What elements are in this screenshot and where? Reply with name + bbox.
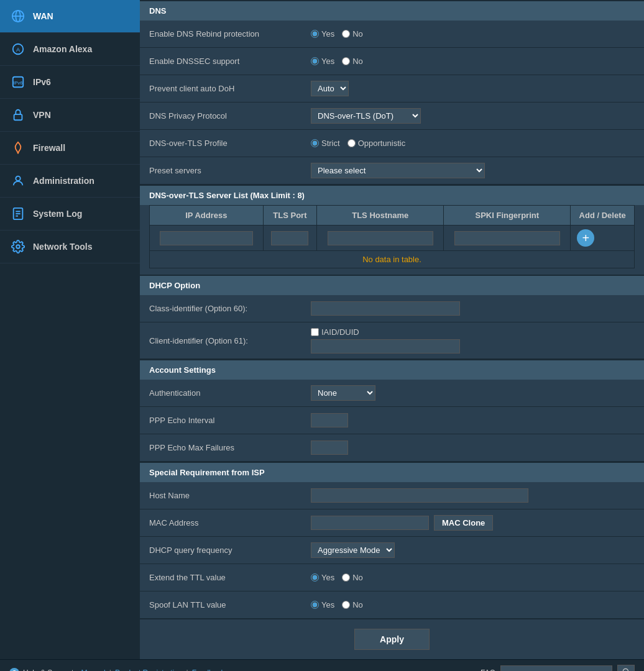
sidebar-item-ipv6[interactable]: IPv6 IPv6 xyxy=(0,66,140,99)
prevent-doh-row: Prevent client auto DoH Auto No Yes xyxy=(140,75,644,103)
product-registration-link[interactable]: Product Registration xyxy=(115,669,183,672)
isp-requirements-header: Special Requirement from ISP xyxy=(140,462,644,482)
vpn-icon xyxy=(9,106,27,124)
firewall-icon xyxy=(9,139,27,157)
dot-opportunistic-radio[interactable] xyxy=(347,139,356,147)
spoof-ttl-no-label[interactable]: No xyxy=(342,600,363,609)
spki-fingerprint-input[interactable] xyxy=(454,231,560,245)
dnssec-label: Enable DNSSEC support xyxy=(149,57,311,66)
sidebar-label-system-log: System Log xyxy=(33,209,82,219)
ppp-echo-max-row: PPP Echo Max Failures 10 xyxy=(140,434,644,462)
mac-address-controls: MAC Clone xyxy=(311,515,635,531)
add-delete-cell: + xyxy=(571,226,635,251)
ppp-echo-interval-input[interactable]: 6 xyxy=(311,413,348,427)
preset-servers-label: Preset servers xyxy=(149,166,311,175)
dnssec-row: Enable DNSSEC support Yes No xyxy=(140,48,644,75)
dnssec-yes-radio[interactable] xyxy=(311,57,319,65)
dot-strict-radio[interactable] xyxy=(311,139,319,147)
sidebar-item-amazon-alexa[interactable]: A Amazon Alexa xyxy=(0,33,140,66)
dhcp-query-label: DHCP query frequency xyxy=(149,545,311,555)
iaid-duid-checkbox[interactable] xyxy=(311,328,319,336)
dnssec-yes-label[interactable]: Yes xyxy=(311,57,334,66)
class-identifier-input[interactable] xyxy=(311,301,460,316)
dnssec-controls: Yes No xyxy=(311,57,635,66)
faq-search-button[interactable] xyxy=(617,665,635,671)
spoof-ttl-no-radio[interactable] xyxy=(342,601,350,609)
extend-ttl-yes-radio[interactable] xyxy=(311,573,319,582)
sidebar-label-alexa: Amazon Alexa xyxy=(33,44,92,54)
iaid-duid-label[interactable]: IAID/DUID xyxy=(311,327,359,337)
dhcp-option-header: DHCP Option xyxy=(140,275,644,295)
host-name-input[interactable] xyxy=(311,488,528,503)
class-identifier-row: Class-identifier (Option 60): xyxy=(140,295,644,322)
spoof-ttl-yes-radio[interactable] xyxy=(311,601,319,609)
client-identifier-label: Client-identifier (Option 61): xyxy=(149,336,311,345)
dnssec-no-radio[interactable] xyxy=(342,57,350,65)
dns-privacy-select[interactable]: DNS-over-TLS (DoT) DNS-over-HTTPS (DoH) … xyxy=(311,108,421,124)
svg-rect-7 xyxy=(14,114,22,120)
dot-profile-controls: Strict Opportunistic xyxy=(311,139,635,148)
host-name-row: Host Name xyxy=(140,482,644,509)
dns-rebind-no-radio[interactable] xyxy=(342,30,350,38)
tls-hostname-input[interactable] xyxy=(328,231,433,245)
dns-server-list-header: DNS-over-TLS Server List (Max Limit : 8) xyxy=(140,185,644,205)
account-settings-header: Account Settings xyxy=(140,359,644,380)
mac-address-row: MAC Address MAC Clone xyxy=(140,509,644,537)
extend-ttl-no-radio[interactable] xyxy=(342,573,350,582)
spoof-ttl-yes-label[interactable]: Yes xyxy=(311,600,334,609)
ppp-echo-max-input[interactable]: 10 xyxy=(311,440,348,455)
dns-server-list-section: IP Address TLS Port TLS Hostname SPKI Fi… xyxy=(140,205,644,275)
ppp-echo-max-controls: 10 xyxy=(311,440,635,455)
extend-ttl-yes-label[interactable]: Yes xyxy=(311,573,334,582)
client-identifier-controls: IAID/DUID xyxy=(311,327,635,354)
manual-link[interactable]: Manual xyxy=(81,669,105,672)
sidebar-item-system-log[interactable]: System Log xyxy=(0,198,140,231)
footer-left: ? Help & Support Manual | Product Regist… xyxy=(9,668,224,672)
col-tls-hostname: TLS Hostname xyxy=(317,206,444,226)
dns-rebind-yes-label[interactable]: Yes xyxy=(311,29,334,39)
client-identifier-input[interactable] xyxy=(311,339,460,354)
ppp-echo-max-label: PPP Echo Max Failures xyxy=(149,443,311,452)
prevent-doh-controls: Auto No Yes xyxy=(311,81,635,96)
svg-point-14 xyxy=(623,669,628,671)
sidebar-item-firewall[interactable]: Firewall xyxy=(0,132,140,165)
prevent-doh-select[interactable]: Auto No Yes xyxy=(311,81,349,96)
mac-address-input[interactable] xyxy=(311,516,429,530)
svg-point-13 xyxy=(16,245,20,249)
dot-strict-label[interactable]: Strict xyxy=(311,139,340,148)
class-identifier-label: Class-identifier (Option 60): xyxy=(149,304,311,313)
col-spki-fingerprint: SPKI Fingerprint xyxy=(444,206,571,226)
add-dns-server-button[interactable]: + xyxy=(577,229,594,247)
feedback-link[interactable]: Feedback xyxy=(192,669,225,672)
authentication-controls: None PAP CHAP MSCHAP MSCHAPv2 xyxy=(311,385,635,401)
svg-point-8 xyxy=(16,176,20,181)
faq-search-input[interactable] xyxy=(500,665,612,671)
sidebar-item-vpn[interactable]: VPN xyxy=(0,99,140,132)
dns-rebind-no-label[interactable]: No xyxy=(342,29,363,39)
authentication-select[interactable]: None PAP CHAP MSCHAP MSCHAPv2 xyxy=(311,385,375,401)
admin-icon xyxy=(9,172,27,189)
apply-button[interactable]: Apply xyxy=(354,629,430,650)
preset-servers-select[interactable]: Please select xyxy=(311,163,485,178)
sidebar-item-wan[interactable]: WAN xyxy=(0,0,140,33)
preset-servers-row: Preset servers Please select xyxy=(140,157,644,185)
dot-opportunistic-label[interactable]: Opportunistic xyxy=(347,139,406,148)
host-name-label: Host Name xyxy=(149,491,311,500)
mac-clone-button[interactable]: MAC Clone xyxy=(434,515,493,531)
ip-address-input[interactable] xyxy=(160,231,253,245)
extend-ttl-row: Extend the TTL value Yes No xyxy=(140,564,644,591)
dhcp-query-row: DHCP query frequency Aggressive Mode Nor… xyxy=(140,537,644,564)
dnssec-no-label[interactable]: No xyxy=(342,57,363,66)
sidebar-item-network-tools[interactable]: Network Tools xyxy=(0,231,140,263)
authentication-label: Authentication xyxy=(149,388,311,398)
extend-ttl-no-label[interactable]: No xyxy=(342,573,363,582)
dns-rebind-yes-radio[interactable] xyxy=(311,30,319,38)
dhcp-query-select[interactable]: Aggressive Mode Normal Mode xyxy=(311,542,395,558)
tls-port-input[interactable] xyxy=(271,231,308,245)
sidebar-item-administration[interactable]: Administration xyxy=(0,165,140,198)
ip-input-cell xyxy=(150,226,264,251)
ppp-echo-interval-row: PPP Echo Interval 6 xyxy=(140,407,644,434)
hostname-input-cell xyxy=(317,226,444,251)
sidebar-label-network-tools: Network Tools xyxy=(33,242,92,252)
dns-server-table: IP Address TLS Port TLS Hostname SPKI Fi… xyxy=(149,205,635,268)
